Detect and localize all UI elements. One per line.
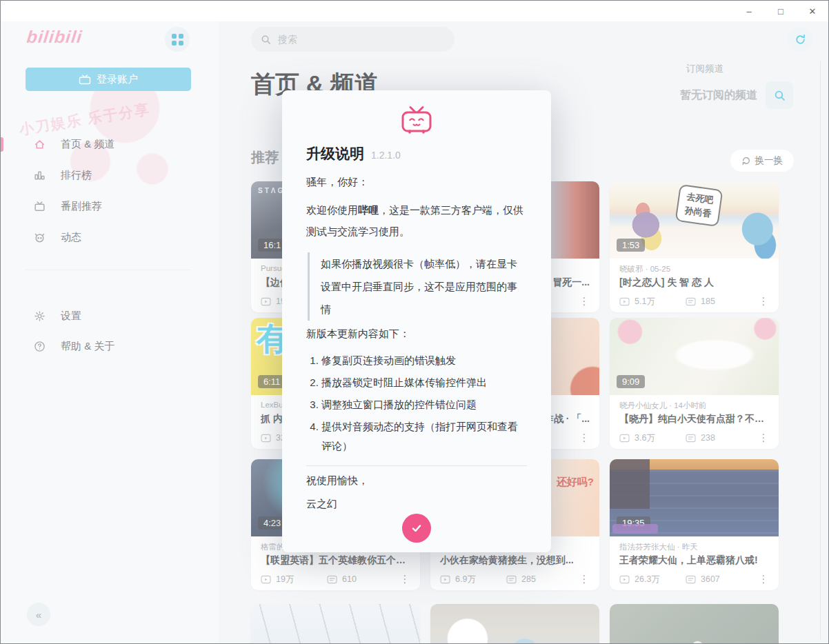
- swap-button[interactable]: 换一换: [730, 150, 795, 172]
- comment-icon: [686, 297, 696, 306]
- subscriptions-empty-text: 暂无订阅的频道: [680, 88, 757, 103]
- modal-quote: 如果你播放视频很卡（帧率低），请在显卡设置中开启垂直同步，这不是应用范围的事情: [308, 252, 527, 321]
- sidebar-item-home[interactable]: 首页 & 频道: [1, 134, 219, 154]
- view-count: 26.3万: [619, 574, 686, 585]
- video-title[interactable]: 【联盟英语】五个英雄教你五个英语金...: [261, 554, 410, 567]
- video-card[interactable]: ⋮: [430, 604, 599, 644]
- video-title[interactable]: 【晓丹】纯白小天使有点甜？不！超甜！: [619, 413, 769, 425]
- modal-changelog-list: 修复副页连接动画的错误触发播放器锁定时阻止媒体传输控件弹出调整独立窗口播放的控件…: [306, 351, 527, 456]
- video-thumbnail[interactable]: [251, 604, 420, 644]
- more-button[interactable]: ⋮: [579, 295, 590, 308]
- upgrade-notes-modal: 升级说明1.2.1.0 骚年，你好： 欢迎你使用哔哩，这是一款第三方客户端，仅供…: [282, 90, 551, 552]
- comment-count: 238: [686, 433, 715, 443]
- swap-label: 换一换: [755, 154, 783, 167]
- comment-count: 285: [506, 574, 536, 584]
- video-card[interactable]: ⋮: [610, 604, 779, 644]
- play-icon: [440, 575, 450, 584]
- sidebar-item-label: 排行榜: [61, 169, 92, 182]
- search-input[interactable]: [277, 33, 445, 46]
- sidebar-item-dyn[interactable]: 动态: [1, 227, 219, 248]
- sidebar-divider: [26, 270, 191, 270]
- rank-icon: [34, 170, 46, 181]
- changelog-item: 播放器锁定时阻止媒体传输控件弹出: [321, 373, 527, 392]
- scrollbar[interactable]: [820, 61, 821, 639]
- more-button[interactable]: ⋮: [579, 432, 590, 444]
- sidebar-item-rank[interactable]: 排行榜: [1, 165, 219, 185]
- comment-icon: [686, 575, 696, 584]
- thumbnail-overlay-text: 还好吗?: [557, 476, 594, 489]
- app-window: – □ ✕ 小刀娱乐 乐于分享 bilibili 登录账户 首页 & 频道排行榜…: [0, 0, 829, 644]
- gear-icon: [34, 310, 46, 322]
- swap-refresh-icon: [741, 156, 751, 165]
- search-bar[interactable]: [251, 27, 455, 52]
- play-icon: [619, 297, 630, 306]
- thumbnail-bubble-text: 去死吧 孙尚香: [675, 184, 723, 228]
- changelog-item: 提供对音频动态的支持（指打开网页和查看评论）: [321, 417, 527, 456]
- video-thumbnail[interactable]: 去死吧 孙尚香 1:53: [610, 181, 779, 259]
- view-count: 3.6万: [619, 432, 686, 444]
- video-thumbnail[interactable]: 19:35: [610, 459, 779, 536]
- modal-intro: 欢迎你使用哔哩，这是一款第三方客户端，仅供测试与交流学习使用。: [306, 199, 527, 242]
- uploader-line[interactable]: 晓丹小仙女儿 · 14小时前: [619, 401, 769, 410]
- sidebar-item-help[interactable]: 帮助 & 关于: [1, 336, 219, 356]
- confirm-button[interactable]: [402, 514, 431, 543]
- more-button[interactable]: ⋮: [399, 573, 410, 585]
- more-button[interactable]: ⋮: [758, 432, 769, 444]
- home-icon: [34, 139, 46, 150]
- grid-icon: [172, 34, 183, 46]
- collapse-sidebar-button[interactable]: «: [27, 603, 50, 626]
- help-icon: [34, 341, 46, 352]
- sidebar-item-label: 番剧推荐: [61, 200, 102, 213]
- video-thumbnail[interactable]: 9:09: [610, 318, 779, 395]
- minimize-button[interactable]: –: [733, 6, 765, 17]
- video-thumbnail[interactable]: [610, 604, 779, 644]
- modal-divider: [306, 465, 527, 466]
- comment-icon: [506, 575, 517, 584]
- sidebar-item-tv[interactable]: 番剧推荐: [1, 196, 219, 217]
- video-title[interactable]: [时之恋人] 失 智 恋 人: [619, 276, 769, 289]
- video-card[interactable]: 9:09 晓丹小仙女儿 · 14小时前 【晓丹】纯白小天使有点甜？不！超甜！ 3…: [610, 318, 779, 449]
- video-title[interactable]: 小伙在家给黄猪接生，没想到...: [440, 554, 590, 567]
- more-button[interactable]: ⋮: [758, 573, 769, 585]
- modal-list-intro: 新版本更新内容如下：: [306, 328, 527, 341]
- search-icon: [261, 34, 271, 45]
- view-count: 5.1万: [619, 296, 686, 308]
- play-icon: [261, 434, 271, 443]
- modal-version: 1.2.1.0: [371, 150, 401, 161]
- video-thumbnail[interactable]: [430, 604, 599, 644]
- video-card[interactable]: ⋮: [251, 604, 420, 644]
- comment-icon: [327, 575, 337, 584]
- sidebar-item-gear[interactable]: 设置: [1, 305, 219, 326]
- bilibili-tv-icon: [400, 105, 433, 134]
- view-count: 6.9万: [440, 574, 506, 585]
- modal-title: 升级说明: [306, 145, 364, 161]
- more-button[interactable]: ⋮: [579, 573, 590, 585]
- uploader-line[interactable]: 晓破邪 · 05-25: [619, 264, 769, 274]
- uploader-line[interactable]: 指法芬芳张大仙 · 昨天: [619, 542, 769, 552]
- tv-icon: [79, 74, 91, 85]
- maximize-button[interactable]: □: [765, 6, 797, 17]
- duration-badge: 9:09: [617, 375, 645, 388]
- duration-badge: 19:35: [617, 516, 650, 530]
- comment-count: 3607: [686, 574, 720, 584]
- tv-icon: [34, 201, 46, 212]
- video-card[interactable]: 去死吧 孙尚香 1:53 晓破邪 · 05-25 [时之恋人] 失 智 恋 人 …: [610, 181, 779, 312]
- login-button[interactable]: 登录账户: [26, 68, 191, 91]
- subscription-search-button[interactable]: [766, 81, 793, 109]
- refresh-button[interactable]: [788, 27, 812, 52]
- section-title: 推荐: [251, 148, 279, 167]
- sidebar-item-label: 动态: [61, 231, 81, 244]
- dyn-icon: [34, 232, 46, 243]
- duration-badge: 1:53: [617, 239, 645, 252]
- bilibili-logo: bilibili: [26, 27, 83, 47]
- modal-greeting: 骚年，你好：: [306, 176, 527, 189]
- more-button[interactable]: ⋮: [758, 295, 769, 308]
- sidebar: 小刀娱乐 乐于分享 bilibili 登录账户 首页 & 频道排行榜番剧推荐动态…: [1, 21, 219, 643]
- video-card[interactable]: 19:35 指法芬芳张大仙 · 昨天 王者荣耀大仙，上单恶霸猪八戒! 26.3万…: [610, 459, 779, 590]
- changelog-item: 调整独立窗口播放的控件错位问题: [321, 395, 527, 414]
- close-button[interactable]: ✕: [797, 6, 828, 17]
- check-icon: [410, 522, 423, 534]
- titlebar: – □ ✕: [1, 1, 828, 21]
- apps-grid-button[interactable]: [165, 27, 190, 52]
- video-title[interactable]: 王者荣耀大仙，上单恶霸猪八戒!: [619, 554, 769, 567]
